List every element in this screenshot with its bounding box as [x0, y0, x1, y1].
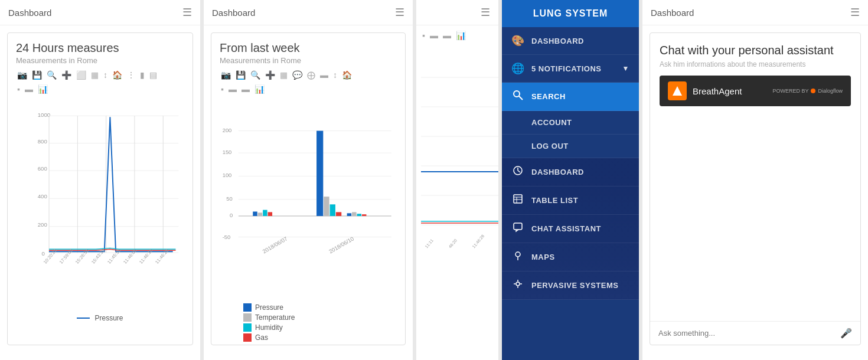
- panel2-title: Dashboard: [212, 8, 255, 18]
- legend-temp-text: Temperature: [255, 313, 295, 322]
- sidebar-item-tablelist[interactable]: TABLE LIST: [502, 186, 639, 215]
- lasso-icon[interactable]: ▦: [90, 70, 100, 80]
- rect-icon[interactable]: ⬜: [75, 70, 87, 80]
- chat-subtitle: Ask him informations about the measureme…: [660, 60, 851, 68]
- svg-text:11:45:55: 11:45:55: [106, 248, 122, 265]
- svg-rect-49: [352, 212, 357, 216]
- sidebar-label-search: SEARCH: [531, 92, 566, 101]
- svg-text:800: 800: [38, 138, 47, 145]
- svg-rect-45: [324, 197, 329, 216]
- flat-icon-2[interactable]: ▬: [227, 84, 238, 94]
- svg-text:0: 0: [230, 212, 233, 218]
- svg-rect-46: [330, 204, 335, 216]
- sidebar-label-pervasive: PERVASIVE SYSTEMS: [531, 281, 618, 290]
- camera-icon-2[interactable]: 📷: [220, 70, 232, 80]
- hamburger-icon-2[interactable]: ☰: [395, 6, 404, 19]
- breathagent-icon: [668, 81, 687, 100]
- legend-gas-text: Gas: [255, 333, 268, 342]
- svg-rect-51: [362, 214, 367, 216]
- svg-rect-40: [253, 212, 257, 217]
- line-chart-svg: 1000 800 600 400 200 0: [16, 98, 184, 310]
- camera-icon[interactable]: 📷: [16, 70, 28, 80]
- panel1-header: Dashboard ☰: [0, 0, 200, 25]
- sidebar-nav-bottom: DASHBOARD TABLE LIST: [502, 158, 639, 300]
- panel-dashboard-left: Dashboard ☰ 24 Hours measures Measuremen…: [0, 0, 204, 360]
- svg-point-74: [515, 252, 520, 257]
- svg-line-65: [519, 96, 523, 100]
- sidebar-item-account[interactable]: ACCOUNT: [502, 111, 639, 135]
- svg-text:200: 200: [223, 127, 232, 133]
- panel-dashboard-center: Dashboard ☰ From last week Measurements …: [204, 0, 416, 360]
- expand-icon-2[interactable]: ↕: [332, 70, 338, 80]
- zoom-icon[interactable]: 🔍: [45, 70, 58, 80]
- legend-pressure: Pressure: [243, 303, 397, 312]
- dot-icon[interactable]: ▪: [16, 84, 21, 94]
- svg-text:-50: -50: [223, 234, 231, 240]
- sidebar-item-chat-assistant[interactable]: CHAT ASSISTANT: [502, 215, 639, 243]
- bubble-icon-2[interactable]: 💬: [291, 70, 304, 80]
- sidebar-item-pervasive[interactable]: PERVASIVE SYSTEMS: [502, 271, 639, 300]
- panel5-title: Dashboard: [651, 8, 694, 18]
- dashboard-icon: 🎨: [511, 34, 524, 47]
- bar-icon-3[interactable]: 📊: [455, 30, 467, 41]
- sidebar-label-maps: MAPS: [531, 253, 555, 261]
- pervasive-icon: [511, 279, 524, 292]
- sidebar-item-maps[interactable]: MAPS: [502, 243, 639, 271]
- hamburger-icon-1[interactable]: ☰: [182, 6, 192, 19]
- svg-text:46:20: 46:20: [448, 238, 458, 249]
- sidebar-item-search[interactable]: SEARCH: [502, 83, 639, 111]
- sidebar-item-dashboard-top[interactable]: 🎨 DASHBOARD: [502, 27, 639, 55]
- flat-icon-2b[interactable]: ▬: [240, 84, 251, 94]
- home-icon-2[interactable]: 🏠: [341, 70, 353, 80]
- svg-rect-47: [336, 212, 341, 216]
- svg-text:100: 100: [223, 172, 232, 178]
- save-icon[interactable]: 💾: [31, 70, 43, 80]
- save-icon-2[interactable]: 💾: [234, 70, 247, 80]
- sidebar-item-dashboard-bottom[interactable]: DASHBOARD: [502, 158, 639, 186]
- svg-text:2018/06/07: 2018/06/07: [262, 235, 289, 254]
- flat-icon[interactable]: ▬: [24, 84, 34, 94]
- chat-input[interactable]: [658, 329, 836, 338]
- scale-icon[interactable]: ↕: [102, 70, 109, 80]
- card1-subtitle: Measurements in Rome: [16, 56, 184, 65]
- bar-chart-2: 200 150 100 50 0 -50 2018/06/07 2018/06/…: [220, 98, 397, 299]
- dots-icon[interactable]: ⋮: [126, 70, 136, 80]
- bar-legend: Pressure Temperature Humidity Gas: [220, 303, 397, 342]
- add-icon-2[interactable]: ➕: [264, 70, 276, 80]
- svg-text:600: 600: [38, 165, 47, 172]
- dot-icon-3[interactable]: ▪: [421, 30, 426, 41]
- plus-icon-2[interactable]: ⨁: [306, 70, 316, 80]
- pill-icon[interactable]: ▮: [139, 70, 146, 80]
- dot-icon-2[interactable]: ▪: [220, 84, 225, 94]
- flat-icon-3b[interactable]: ▬: [442, 30, 452, 41]
- flat-icon-3[interactable]: ▬: [429, 30, 439, 41]
- hamburger-icon-3[interactable]: ☰: [481, 6, 490, 19]
- dotted-icon-2[interactable]: ▦: [279, 70, 289, 80]
- hamburger-icon-5[interactable]: ☰: [850, 6, 860, 19]
- sidebar-item-notifications[interactable]: 🌐 5 NOTIFICATIONS ▼: [502, 55, 639, 83]
- minus-icon-2[interactable]: ▬: [319, 70, 329, 80]
- panel3-toolbar: ▪ ▬ ▬ 📊: [421, 30, 494, 54]
- powered-by-label: POWERED BY: [772, 88, 808, 94]
- svg-line-68: [518, 171, 520, 172]
- zoom-icon-2[interactable]: 🔍: [249, 70, 262, 80]
- bar-chart-svg: 200 150 100 50 0 -50 2018/06/07 2018/06/…: [220, 98, 397, 299]
- chat-messages-area: [650, 182, 860, 321]
- svg-rect-43: [268, 212, 273, 216]
- sidebar-item-logout[interactable]: LOG OUT: [502, 135, 639, 158]
- chart1-legend: Pressure: [16, 314, 184, 322]
- legend-humidity: Humidity: [243, 323, 397, 332]
- chart-1: 1000 800 600 400 200 0: [16, 98, 184, 310]
- bar-icon-2[interactable]: 📊: [253, 84, 266, 94]
- sidebar-label-dashboard: DASHBOARD: [531, 37, 584, 45]
- bar-icon-sm[interactable]: 📊: [37, 84, 49, 94]
- svg-text:0: 0: [41, 250, 44, 257]
- home-icon[interactable]: 🏠: [111, 70, 123, 80]
- lines-icon[interactable]: ▤: [148, 70, 158, 80]
- add-icon[interactable]: ➕: [60, 70, 73, 80]
- svg-point-75: [516, 282, 520, 286]
- legend-pressure-box: [243, 303, 252, 312]
- microphone-icon[interactable]: 🎤: [840, 328, 852, 339]
- svg-point-64: [514, 91, 520, 97]
- legend-gas: Gas: [243, 333, 397, 342]
